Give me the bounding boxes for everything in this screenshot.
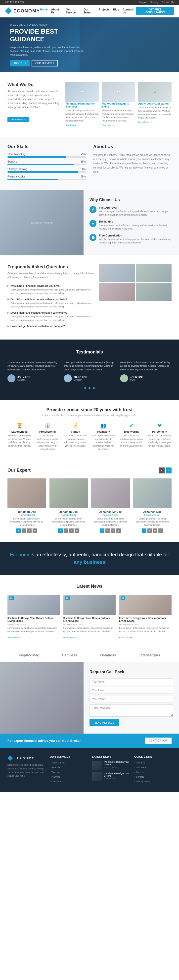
nav-about[interactable]: About Us — [51, 8, 62, 14]
news-title-2: It's Time to Design Your Dream Outdoor L… — [63, 617, 116, 622]
footer-service-3[interactable]: Tax Law — [50, 771, 60, 773]
what-we-do-cta[interactable]: READ MORE — [8, 117, 29, 122]
footer-news-2: It's Time to Design Your Dream June 26, … — [92, 772, 129, 781]
social-fb-2[interactable]: f — [58, 528, 63, 533]
news-image-3: 26 — [119, 595, 171, 615]
brand-text: Econony is an effortlessly, authentic, h… — [8, 551, 171, 566]
social-gp-4[interactable]: g+ — [158, 528, 163, 533]
wwd-card-1-text: There are many variations of passages av… — [65, 109, 99, 123]
brand-name: Econony — [10, 552, 29, 557]
footer-service-1[interactable]: Stock Market — [50, 762, 65, 764]
callback-message-field[interactable] — [90, 705, 173, 717]
social-tw-1[interactable]: t — [22, 528, 26, 533]
cta-bar-button[interactable]: CONTACT NOW — [145, 738, 171, 744]
stat-text-2: Our team of professional financial advis… — [36, 434, 60, 451]
top-bar-privacy[interactable]: Privacy — [150, 1, 158, 4]
faq-right — [99, 264, 171, 331]
footer-quick-3[interactable]: Careers — [134, 771, 144, 773]
social-gp-3[interactable]: g+ — [116, 528, 121, 533]
nav-blog[interactable]: Blog — [113, 8, 119, 14]
testimonials-title: Testimonials — [8, 350, 171, 355]
stat-label-4: Teamwork — [92, 430, 116, 433]
expert-role-1: Financial Expert — [8, 514, 46, 516]
nav-projects[interactable]: Projects — [99, 8, 109, 14]
nav-cta-button[interactable]: GET FREE CONSULTATION — [136, 7, 174, 15]
why-item-1-title: Fast Approval — [99, 206, 173, 209]
social-tw-4[interactable]: t — [147, 528, 152, 533]
social-ln-1[interactable]: in — [27, 528, 32, 533]
testimonial-1-avatar — [8, 374, 16, 382]
footer-quick-1[interactable]: About Us — [134, 762, 145, 764]
social-ln-2[interactable]: in — [69, 528, 74, 533]
nav-contact[interactable]: Contact Us — [123, 8, 136, 14]
dot-2[interactable] — [89, 387, 90, 389]
expert-name-4: Jonathon Doe — [133, 510, 172, 513]
news-link-1[interactable]: READ MORE — [8, 636, 21, 639]
hero-about-button[interactable]: ABOUT US — [10, 60, 30, 67]
social-fb-1[interactable]: f — [16, 528, 21, 533]
social-fb-3[interactable]: f — [100, 528, 105, 533]
news-desc-2: Lorem ipsum dolor sit amet consectetur a… — [63, 627, 116, 633]
callback-name-field[interactable] — [90, 678, 173, 685]
footer-quick-5[interactable]: Privacy Policy — [134, 780, 150, 783]
experts-prev-button[interactable]: ‹ — [158, 468, 165, 473]
wwd-card-3-link[interactable]: Read More → — [138, 121, 152, 124]
footer: ECONOMY Economy provides the best financ… — [0, 748, 179, 792]
wwd-card-3-title: Apply Loan Application — [138, 102, 171, 105]
footer-service-4[interactable]: Planning — [50, 776, 60, 778]
callback-email-field[interactable] — [90, 687, 173, 694]
footer-services-links: Stock Market Financial Tax Law Planning … — [50, 761, 87, 783]
social-ln-4[interactable]: in — [153, 528, 157, 533]
nav-team[interactable]: Our Team — [84, 8, 95, 14]
dot-3[interactable] — [93, 387, 95, 389]
brand-banner: Econony is an effortlessly, authentic, h… — [0, 542, 179, 575]
nav-home[interactable]: Home — [40, 8, 48, 14]
testimonial-1-name: JOHN FOE — [17, 376, 30, 379]
news-link-3[interactable]: READ MORE — [119, 636, 133, 639]
wwd-card-1-link[interactable]: Read More → — [65, 124, 79, 126]
news-title-1: It's Time to Design Your Dream Outdoor L… — [8, 617, 60, 622]
skills-title: Our Skills — [8, 144, 86, 150]
faq-image-2 — [136, 264, 171, 282]
wwd-card-1-image: 📊 — [65, 82, 99, 102]
footer-quick-2[interactable]: Our Team — [134, 766, 146, 768]
footer-service-2[interactable]: Financial — [50, 766, 60, 768]
social-tw-2[interactable]: t — [63, 528, 68, 533]
stats-subtitle: Let our best clients tell you from your … — [8, 414, 171, 417]
brand-highlight: any business — [74, 559, 105, 565]
faq-a-2: Often you are searching financial advice… — [8, 302, 94, 309]
callback-submit-button[interactable]: SEND MESSAGE — [90, 719, 119, 726]
dot-1[interactable] — [84, 387, 86, 389]
testimonial-2-role: Director — [74, 379, 87, 381]
hero-services-button[interactable]: OUR SERVICES — [32, 60, 58, 67]
logo: ECONOMY — [5, 8, 40, 14]
stat-label-3: Vibrant — [63, 430, 87, 433]
social-tw-3[interactable]: t — [105, 528, 110, 533]
footer-service-5[interactable]: Consulting — [50, 780, 62, 783]
top-bar-support[interactable]: Support — [138, 1, 147, 4]
wwd-card-2-link[interactable]: Read More → — [102, 124, 116, 126]
experts-next-button[interactable]: › — [166, 468, 171, 473]
wwd-card-3-image: 💰 — [138, 82, 171, 102]
callback-phone-field[interactable] — [90, 696, 173, 702]
footer-services-title: Our Services — [50, 755, 87, 758]
skill-bar-fill-4 — [8, 179, 59, 180]
footer-quick-4[interactable]: Contact — [134, 776, 144, 778]
social-ln-3[interactable]: in — [111, 528, 116, 533]
faq-a-3: Often you are searching financial advice… — [8, 315, 94, 322]
social-fb-4[interactable]: f — [142, 528, 146, 533]
testimonial-3-text: Lorem ipsum dolor sit amet consectetur a… — [120, 361, 171, 371]
why-item-3: 📄 Free Consultation We offer free consul… — [90, 234, 173, 245]
social-gp-2[interactable]: g+ — [74, 528, 79, 533]
partner-logo-4: Letsdesigner — [138, 653, 160, 657]
footer-news-date-1: June 26, 2016 — [104, 766, 129, 768]
social-gp-1[interactable]: g+ — [33, 528, 37, 533]
top-bar-contact[interactable]: Contact Us — [162, 1, 174, 4]
skill-bar-fill-1 — [8, 156, 66, 158]
skill-bar-fill-2 — [8, 164, 74, 165]
nav-service[interactable]: Our Service — [66, 8, 80, 14]
skills-about-section: Our Skills Stock Marketing 75% Branding … — [0, 137, 179, 190]
news-link-2[interactable]: READ MORE — [63, 636, 77, 639]
footer-quick-links: About Us Our Team Careers Contact Privac… — [134, 761, 171, 783]
why-item-3-title: Free Consultation — [99, 234, 173, 237]
